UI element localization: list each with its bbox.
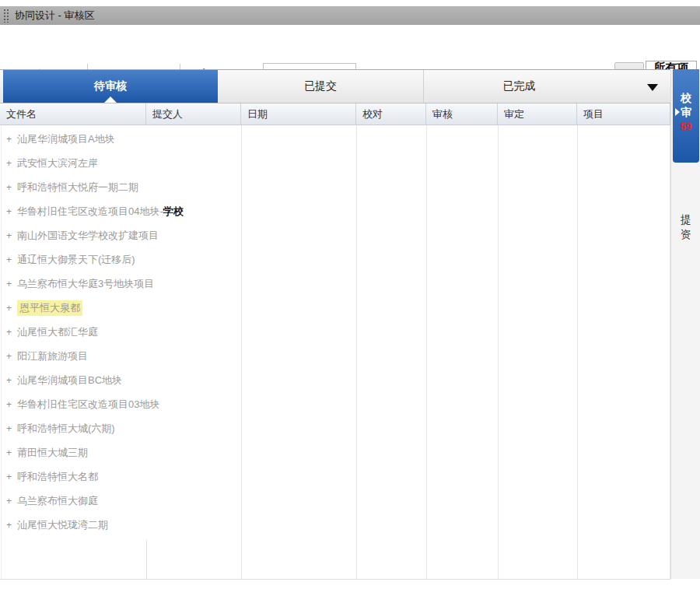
expand-plus-icon[interactable]: + <box>6 496 12 507</box>
expand-plus-icon[interactable]: + <box>6 158 12 169</box>
column-header[interactable]: 审定 <box>498 103 577 124</box>
tree-row[interactable]: +汕尾华润城项目BC地块 <box>2 368 667 392</box>
tree-row[interactable]: +莆田恒大城三期 <box>2 440 667 465</box>
toolbar: 所有项目 <box>0 25 700 69</box>
title-bar: 协同设计 - 审核区 <box>0 6 700 25</box>
expand-plus-icon[interactable]: + <box>6 279 12 289</box>
file-name-label: 莆田恒大城三期 <box>17 446 88 460</box>
tree-row[interactable]: +恩平恒大泉都 <box>2 296 667 320</box>
file-name-label: 阳江新旅游项目 <box>17 349 88 363</box>
tree-row[interactable]: +阳江新旅游项目 <box>2 344 667 368</box>
drag-handle-icon[interactable] <box>3 9 9 23</box>
table-header: 文件名提交人日期校对审核审定项目 <box>0 103 670 125</box>
side-tab-submit[interactable]: 提 资 <box>673 200 699 254</box>
tree-row[interactable]: +汕尾恒大都汇华庭 <box>2 320 667 344</box>
expand-plus-icon[interactable]: + <box>6 206 12 217</box>
column-divider <box>146 540 147 579</box>
expand-plus-icon[interactable]: + <box>6 472 12 482</box>
side-tab-submit-char-top: 提 <box>681 212 691 227</box>
tab-pending-review-label: 待审核 <box>94 79 127 93</box>
tree-row[interactable]: +呼和浩特恒大城(六期) <box>2 416 667 440</box>
expand-plus-icon[interactable]: + <box>6 375 12 386</box>
tab-pending-review[interactable]: 待审核 <box>3 70 218 103</box>
expand-plus-icon[interactable]: + <box>6 423 12 434</box>
tab-submitted-label: 已提交 <box>304 79 337 93</box>
tree-row[interactable]: +华鲁村旧住宅区改造项目04地块-学校 <box>2 199 667 223</box>
review-count-badge: 59 <box>681 120 691 134</box>
expand-plus-icon[interactable]: + <box>6 520 12 531</box>
file-name-label: 华鲁村旧住宅区改造项目03地块 <box>17 398 159 412</box>
tab-submitted[interactable]: 已提交 <box>218 70 424 103</box>
tab-completed-label: 已完成 <box>503 79 536 93</box>
file-name-bold-suffix: 学校 <box>163 205 184 219</box>
triangle-right-icon <box>675 108 680 116</box>
file-name-label: 汕尾华润城项目A地块 <box>17 132 115 146</box>
file-name-label: 华鲁村旧住宅区改造项目04地块- <box>17 205 163 219</box>
file-name-label: 汕尾恒大都汇华庭 <box>17 325 98 339</box>
file-name-label: 恩平恒大泉都 <box>17 300 82 316</box>
expand-plus-icon[interactable]: + <box>6 134 12 145</box>
side-tab-submit-char-bottom: 资 <box>681 227 691 242</box>
side-tab-review-char-top: 校 <box>681 91 691 105</box>
tree-row[interactable]: +呼和浩特恒大名都 <box>2 465 667 489</box>
column-header[interactable]: 文件名 <box>0 103 146 124</box>
tree-row[interactable]: +汕尾华润城项目A地块 <box>2 127 667 151</box>
expand-plus-icon[interactable]: + <box>6 351 12 362</box>
app-window: 协同设计 - 审核区 <box>0 0 700 589</box>
tree-row[interactable]: +乌兰察布恒大华庭3号地块项目 <box>2 272 667 296</box>
column-header[interactable]: 项目 <box>577 103 670 124</box>
side-tab-review[interactable]: 校 审 59 <box>673 69 699 163</box>
expand-plus-icon[interactable]: + <box>6 303 12 314</box>
tab-completed[interactable]: 已完成 <box>424 70 614 103</box>
file-name-label: 南山外国语文华学校改扩建项目 <box>17 229 159 243</box>
active-tab-notch-icon <box>104 96 117 103</box>
tree-row[interactable]: +乌兰察布恒大御庭 <box>2 489 667 513</box>
expand-plus-icon[interactable]: + <box>6 254 12 265</box>
file-name-label: 呼和浩特恒大悦府一期二期 <box>17 181 138 195</box>
expand-plus-icon[interactable]: + <box>6 399 12 410</box>
tree-row[interactable]: +汕尾恒大悦珑湾二期 <box>2 513 667 537</box>
tree-row[interactable]: +南山外国语文华学校改扩建项目 <box>2 223 667 247</box>
column-header[interactable]: 校对 <box>356 103 426 124</box>
expand-plus-icon[interactable]: + <box>6 327 12 338</box>
expand-plus-icon[interactable]: + <box>6 230 12 241</box>
column-header[interactable]: 日期 <box>241 103 356 124</box>
column-header[interactable]: 提交人 <box>146 103 241 124</box>
file-name-label: 呼和浩特恒大城(六期) <box>17 422 115 436</box>
file-name-label: 呼和浩特恒大名都 <box>17 470 98 484</box>
tree-row[interactable]: +华鲁村旧住宅区改造项目03地块 <box>2 392 667 416</box>
tree-row[interactable]: +武安恒大滨河左岸 <box>2 151 667 175</box>
file-name-label: 武安恒大滨河左岸 <box>17 156 98 170</box>
file-tree-list: +汕尾华润城项目A地块+武安恒大滨河左岸+呼和浩特恒大悦府一期二期+华鲁村旧住宅… <box>2 127 667 537</box>
file-name-label: 乌兰察布恒大华庭3号地块项目 <box>17 277 154 291</box>
file-name-label: 乌兰察布恒大御庭 <box>17 494 98 508</box>
expand-plus-icon[interactable]: + <box>6 447 12 458</box>
window-title: 协同设计 - 审核区 <box>15 9 95 23</box>
expand-plus-icon[interactable]: + <box>6 182 12 193</box>
tree-row[interactable]: +通辽恒大御景天下(迁移后) <box>2 247 667 272</box>
side-tab-strip: 校 审 59 提 资 <box>670 69 700 579</box>
file-name-label: 汕尾华润城项目BC地块 <box>17 373 122 387</box>
table-bottom-border <box>0 579 670 580</box>
tree-row[interactable]: +呼和浩特恒大悦府一期二期 <box>2 175 667 199</box>
file-name-label: 汕尾恒大悦珑湾二期 <box>17 518 108 532</box>
side-tab-review-char-bottom: 审 <box>681 105 691 119</box>
tab-bar: 待审核 已提交 已完成 <box>0 69 670 103</box>
file-name-label: 通辽恒大御景天下(迁移后) <box>17 253 135 267</box>
column-header[interactable]: 审核 <box>426 103 498 124</box>
tab-overflow-dropdown-icon[interactable] <box>647 84 658 91</box>
